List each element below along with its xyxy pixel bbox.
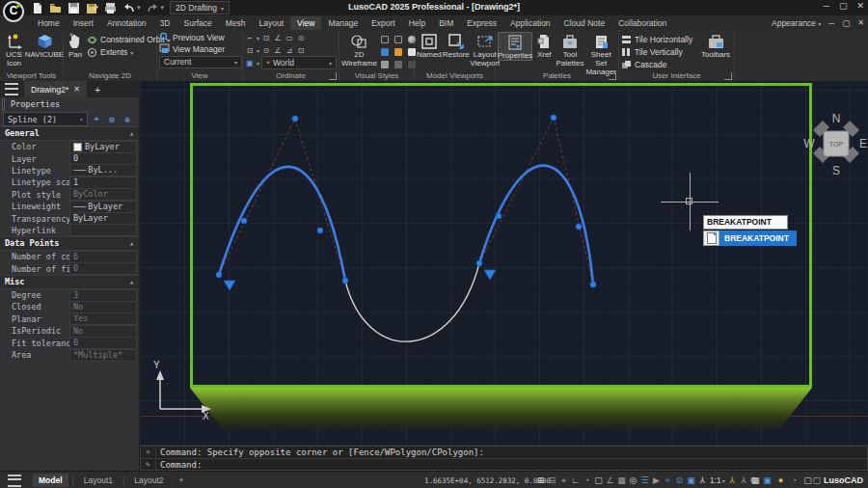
close-button[interactable]: ✕ xyxy=(856,1,864,11)
selection-cycling-icon[interactable]: ▶ xyxy=(652,475,661,485)
fullscreen-icon[interactable]: ▢ xyxy=(803,475,812,485)
collapse-icon[interactable]: ▴ xyxy=(129,237,134,250)
visual-style-thumbnail[interactable] xyxy=(379,59,392,70)
2d-wireframe-button[interactable]: 2D Wireframe xyxy=(341,32,377,68)
auto-annotation-scale-icon[interactable]: ⅄ xyxy=(728,475,737,485)
menu-tab-manage[interactable]: Manage xyxy=(321,16,365,30)
menu-tab-export[interactable]: Export xyxy=(365,16,402,30)
property-value[interactable]: 0 xyxy=(69,337,137,349)
autocomplete-suggestion[interactable]: BREAKATPOINT xyxy=(703,230,797,246)
menu-tab-cloud-note[interactable]: Cloud Note xyxy=(557,16,612,30)
toggle-pickadd-icon[interactable]: ⌖ xyxy=(90,114,103,124)
appearance-menu[interactable]: Appearance ▾ xyxy=(772,18,821,28)
ordinate-dialog-launcher-icon[interactable] xyxy=(329,72,337,80)
lineweight-display-icon[interactable]: ☰ xyxy=(640,475,649,485)
viewcube[interactable]: TOP N S E W xyxy=(800,107,868,180)
hatch-display-icon[interactable]: ▦ xyxy=(617,475,626,485)
command-window[interactable]: ✕ Command: Specify opposite corner or [F… xyxy=(140,446,868,471)
drawing-tab[interactable]: Drawing2* ✕ xyxy=(24,81,87,97)
ordinate-tool-icon[interactable]: ⊙ xyxy=(296,34,306,42)
property-value[interactable]: *Multiple* xyxy=(69,349,137,362)
visual-style-thumbnail[interactable] xyxy=(393,59,405,70)
view-manager-button[interactable]: View Manager xyxy=(159,43,240,54)
property-value[interactable]: No xyxy=(69,325,137,338)
ribbon-close-button[interactable]: ✕ xyxy=(857,18,864,27)
angle-constraint-icon[interactable]: ∠ xyxy=(606,475,614,485)
section-header-data-points[interactable]: Data Points▴ xyxy=(0,236,139,251)
object-type-selector[interactable]: Spline (2)▾ xyxy=(3,112,88,126)
tile-vertically-button[interactable]: Tile Vertically xyxy=(621,46,697,58)
menu-tab-surface[interactable]: Surface xyxy=(176,16,218,30)
tool-palettes-button[interactable]: Tool Palettes xyxy=(556,32,584,68)
restore-button[interactable]: ▢ xyxy=(839,1,848,11)
ucs-dropdown[interactable]: ⌖World ▾ xyxy=(261,56,337,69)
ordinate-tool-icon[interactable]: ▭ xyxy=(285,34,294,42)
ordinate-tool-icon[interactable]: ⊙ xyxy=(261,46,271,55)
property-value[interactable]: 6 xyxy=(69,251,137,263)
navicube-button[interactable]: NAVICUBE xyxy=(28,32,61,59)
ordinate-tool-icon[interactable]: ⊡ xyxy=(296,46,306,55)
select-objects-icon[interactable]: ⊞ xyxy=(105,115,119,124)
toolbars-button[interactable]: Toolbars xyxy=(699,32,732,59)
xref-button[interactable]: Xref xyxy=(534,32,555,59)
layout-tab-layout1[interactable]: Layout1 xyxy=(78,474,119,487)
menu-tab-annotation[interactable]: Annotation xyxy=(100,16,153,30)
close-tab-icon[interactable]: ✕ xyxy=(73,85,80,94)
previous-view-button[interactable]: Previous View xyxy=(159,32,240,42)
visual-style-thumbnail[interactable] xyxy=(379,46,392,58)
property-value[interactable]: ByLayer xyxy=(69,141,137,153)
polar-tracking-icon[interactable]: ◔ xyxy=(583,475,591,485)
property-value[interactable]: ———ByL... xyxy=(69,164,137,176)
property-value[interactable]: 0 xyxy=(69,152,137,165)
new-layout-button[interactable]: + xyxy=(174,474,190,487)
workspace-icon[interactable]: ▣ xyxy=(687,475,695,485)
annotation-scale-dropdown[interactable]: 1:1▾ xyxy=(710,475,725,485)
layout-tab-layout2[interactable]: Layout2 xyxy=(128,474,169,487)
annotation-scale-icon[interactable]: ⅄ xyxy=(740,475,748,485)
sheet-set-manager-button[interactable]: Sheet Set Manager xyxy=(585,32,616,76)
tile-horizontally-button[interactable]: Tile Horizontally xyxy=(621,34,697,45)
property-value[interactable]: No xyxy=(69,301,137,313)
visual-style-thumbnail[interactable] xyxy=(393,46,405,58)
close-command-icon[interactable]: ✕ xyxy=(141,447,156,458)
ordinate-tool-icon[interactable]: ⊿ xyxy=(285,46,294,55)
property-value[interactable]: ByLayer xyxy=(69,212,137,225)
ucs-icon-button[interactable]: UCS Icon xyxy=(2,32,26,68)
new-tab-button[interactable]: + xyxy=(95,84,100,95)
property-value[interactable]: ———ByLayer xyxy=(69,201,137,213)
menu-tab-insert[interactable]: Insert xyxy=(67,16,100,30)
ordinate-tool-icon[interactable]: ⊡ xyxy=(261,34,271,42)
cascade-button[interactable]: Cascade xyxy=(621,59,697,70)
hardware-accel-icon[interactable]: ● xyxy=(776,475,785,485)
palettes-dialog-launcher-icon[interactable] xyxy=(609,72,616,80)
property-value[interactable] xyxy=(69,224,137,236)
collapse-icon[interactable]: ▴ xyxy=(129,127,134,140)
ordinate-tool-icon[interactable]: ⌐ xyxy=(245,34,255,42)
property-value[interactable]: ByColor xyxy=(69,188,137,201)
zoom-icon[interactable]: ⊙ xyxy=(675,475,684,485)
menu-tab-home[interactable]: Home xyxy=(31,16,67,30)
menu-tab-3d[interactable]: 3D xyxy=(153,16,177,30)
dynamic-input-field[interactable]: BREAKATPOINT xyxy=(703,215,788,230)
visual-style-thumbnail[interactable] xyxy=(379,34,392,45)
menu-tab-view[interactable]: View xyxy=(290,16,321,30)
ordinate-tool-icon[interactable]: ⊡ xyxy=(245,46,255,55)
property-value[interactable]: 3 xyxy=(69,289,137,302)
ucs-world-icon[interactable]: ▣ xyxy=(245,59,255,68)
pan-button[interactable]: Pan xyxy=(66,32,85,59)
menu-tab-mesh[interactable]: Mesh xyxy=(219,16,253,30)
menu-tab-help[interactable]: Help xyxy=(402,16,432,30)
ordinate-tool-icon[interactable]: ∠ xyxy=(273,46,283,55)
annotation-visibility-icon[interactable]: ⅄ xyxy=(698,475,707,485)
minimize-button[interactable]: ─ xyxy=(824,1,829,11)
menu-tab-collaboration[interactable]: Collaboration xyxy=(611,16,673,30)
quick-select-icon[interactable]: ⊕ xyxy=(121,115,134,124)
app-logo-icon[interactable]: C xyxy=(3,1,24,22)
section-header-misc[interactable]: Misc▴ xyxy=(0,275,139,289)
snap-type-icon[interactable]: ⌖ xyxy=(559,475,568,486)
object-snap-icon[interactable]: ▢ xyxy=(594,475,603,485)
menu-tab-bim[interactable]: BIM xyxy=(432,16,460,30)
user-interface-dialog-launcher-icon[interactable] xyxy=(724,72,732,80)
ordinate-tool-icon[interactable]: ∠ xyxy=(273,34,283,42)
command-input-line[interactable]: Command: xyxy=(156,460,202,470)
